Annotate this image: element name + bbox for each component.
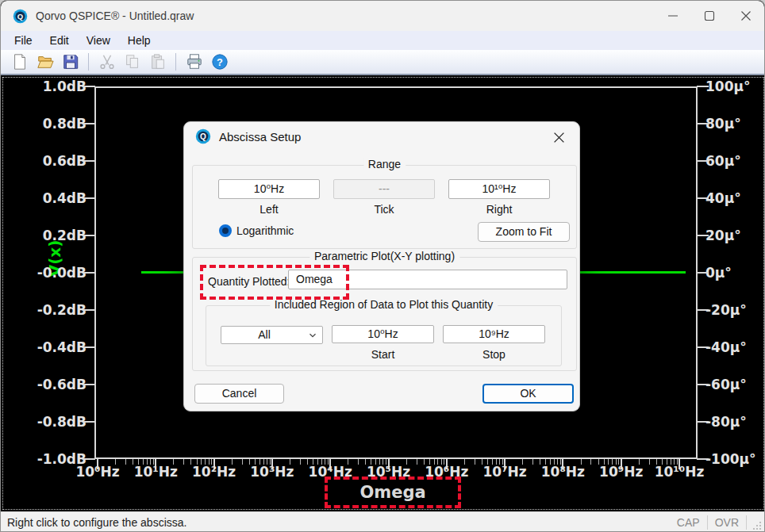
title-bar: Q Qorvo QSPICE® - Untitled.qraw (1, 1, 764, 31)
range-right-label: Right (448, 203, 550, 216)
maximize-button[interactable] (691, 1, 728, 31)
cancel-button[interactable]: Cancel (194, 384, 284, 404)
close-icon (740, 10, 752, 21)
dialog-title-bar: Q Abscissa Setup (184, 122, 579, 151)
y-axis-label-right: -100µ° (705, 451, 763, 467)
x-axis-tick-minor (290, 459, 290, 465)
region-mode-dropdown[interactable]: All (221, 326, 323, 344)
y-axis-label-right: -20µ° (705, 302, 763, 318)
app-window: Q Qorvo QSPICE® - Untitled.qraw File Edi… (0, 0, 765, 532)
dialog-close-button[interactable] (546, 127, 571, 147)
minimize-button[interactable] (655, 1, 691, 31)
resize-grip-icon (752, 520, 762, 530)
x-axis-tick-minor (242, 459, 243, 465)
y-axis-label-right: -80µ° (705, 414, 763, 430)
x-axis-tick-minor (358, 459, 359, 465)
x-axis-label: 10⁸Hz (534, 464, 591, 480)
new-document-button[interactable] (9, 52, 30, 72)
print-button[interactable] (183, 52, 205, 72)
maximize-icon (704, 10, 715, 21)
menu-view[interactable]: View (78, 33, 119, 48)
range-tick-field: --- (333, 179, 435, 199)
quantity-plotted-label: Quantity Plotted: (208, 274, 290, 289)
y-axis-tick-left (83, 123, 95, 124)
y-axis-label-right: 100µ° (705, 78, 763, 94)
svg-text:Q: Q (17, 11, 23, 20)
y-axis-label-left: 0.4dB (2, 190, 86, 206)
resize-grip[interactable] (747, 512, 764, 532)
y-axis-label-left: -0.2dB (2, 302, 86, 318)
y-axis-tick-left (83, 346, 95, 348)
y-axis-label-right: 40µ° (705, 190, 763, 206)
y-axis-tick-left (83, 197, 95, 199)
x-axis-label: 10⁶Hz (418, 464, 475, 480)
quantity-plotted-input[interactable]: Omega (288, 270, 567, 289)
zoom-to-fit-button[interactable]: Zoom to Fit (478, 222, 570, 242)
new-document-icon (11, 53, 29, 71)
print-icon (186, 53, 203, 71)
logarithmic-label: Logarithmic (236, 224, 294, 237)
save-file-button[interactable] (60, 52, 81, 72)
x-axis-tick-minor (232, 459, 233, 465)
y-axis-tick-right (697, 272, 709, 274)
x-axis-tick-minor (417, 459, 417, 465)
paste-button (147, 52, 168, 72)
toolbar-separator (175, 53, 176, 71)
menu-edit[interactable]: Edit (41, 33, 78, 48)
range-left-label: Left (218, 203, 320, 216)
close-icon (553, 132, 565, 144)
qorvo-logo-icon: Q (13, 9, 28, 24)
x-axis-label: 10⁵Hz (360, 464, 417, 480)
region-stop-field[interactable]: 10⁹Hz (443, 325, 545, 343)
y-axis-label-right: 20µ° (705, 228, 763, 243)
y-axis-label-right: 60µ° (705, 153, 763, 169)
y-axis-tick-right (697, 86, 709, 87)
range-tick-label: Tick (333, 203, 435, 216)
cut-button (96, 52, 117, 72)
y-axis-tick-right (697, 197, 709, 199)
range-left-field[interactable]: 10⁰Hz (218, 179, 320, 199)
window-title: Qorvo QSPICE® - Untitled.qraw (36, 10, 194, 22)
y-axis-tick-left (83, 272, 95, 274)
logarithmic-radio[interactable] (219, 224, 232, 237)
menu-help[interactable]: Help (119, 33, 160, 48)
caps-lock-indicator: CAP (670, 515, 708, 530)
x-axis-tick-minor (348, 459, 348, 465)
help-button[interactable]: ? (209, 52, 230, 72)
y-axis-label-right: -60µ° (705, 377, 763, 392)
range-right-field[interactable]: 10¹⁰Hz (448, 179, 550, 199)
menu-file[interactable]: File (6, 33, 41, 48)
range-legend: Range (363, 158, 406, 170)
open-file-button[interactable] (34, 52, 56, 72)
x-axis-tick-minor (125, 459, 126, 465)
y-axis-label-left: 0.2dB (2, 228, 86, 243)
x-axis-tick-minor (464, 459, 465, 465)
y-axis-label-left: -0.8dB (2, 414, 86, 430)
x-axis-tick-minor (406, 459, 407, 465)
y-axis-label-left: -0.0dB (2, 265, 86, 281)
y-axis-label-left: 0.6dB (2, 153, 86, 169)
svg-text:?: ? (217, 56, 223, 68)
y-axis-tick-right (697, 235, 709, 236)
svg-text:Q: Q (200, 132, 206, 141)
help-icon: ? (211, 53, 229, 71)
x-axis-label: 10¹Hz (127, 464, 184, 480)
x-axis-tick-minor (183, 459, 184, 465)
y-axis-tick-left (83, 160, 95, 162)
x-axis-title[interactable]: Omega (359, 483, 425, 502)
window-controls (655, 1, 764, 31)
y-axis-tick-right (697, 160, 709, 162)
y-axis-tick-right (697, 123, 709, 124)
y-axis-tick-left (83, 384, 95, 385)
close-button[interactable] (728, 1, 764, 31)
qorvo-logo-icon: Q (195, 128, 211, 144)
status-indicators: CAP OVR (670, 512, 764, 532)
y-axis-label-left: 0.8dB (2, 116, 86, 132)
ok-button[interactable]: OK (482, 384, 574, 404)
y-axis-tick-right (697, 346, 709, 348)
copy-button (121, 52, 143, 72)
region-start-field[interactable]: 10⁰Hz (332, 325, 434, 343)
x-axis-tick-minor (639, 459, 640, 465)
menu-bar: File Edit View Help (1, 31, 764, 50)
region-start-label: Start (332, 348, 434, 361)
